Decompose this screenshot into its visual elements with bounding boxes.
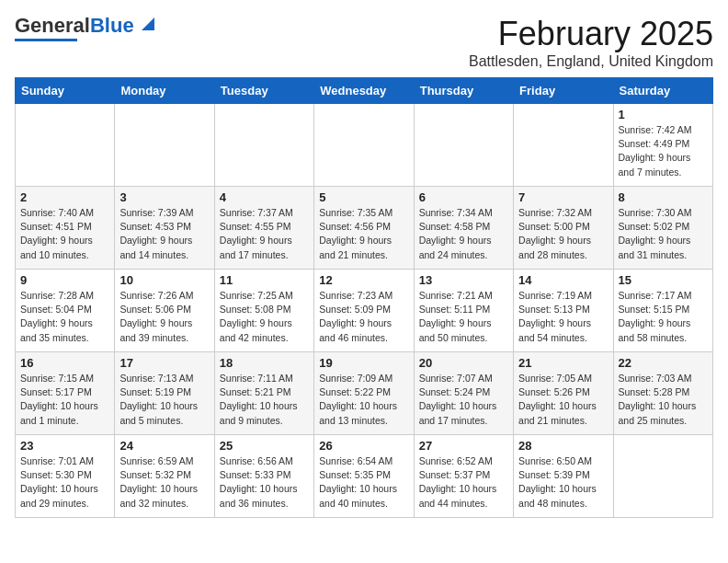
day-info: Sunrise: 7:01 AM Sunset: 5:30 PM Dayligh… (20, 454, 109, 511)
calendar-cell: 16Sunrise: 7:15 AM Sunset: 5:17 PM Dayli… (16, 352, 115, 435)
day-info: Sunrise: 6:56 AM Sunset: 5:33 PM Dayligh… (220, 454, 309, 511)
calendar-cell: 22Sunrise: 7:03 AM Sunset: 5:28 PM Dayli… (613, 352, 712, 435)
day-info: Sunrise: 7:32 AM Sunset: 5:00 PM Dayligh… (518, 206, 608, 262)
day-number: 24 (119, 439, 209, 453)
day-info: Sunrise: 7:40 AM Sunset: 4:51 PM Dayligh… (20, 206, 109, 262)
day-number: 4 (220, 190, 309, 204)
day-number: 18 (220, 356, 309, 370)
day-info: Sunrise: 7:09 AM Sunset: 5:22 PM Dayligh… (319, 372, 408, 428)
day-number: 15 (619, 273, 708, 287)
day-info: Sunrise: 7:19 AM Sunset: 5:13 PM Dayligh… (518, 289, 608, 345)
calendar-cell: 1Sunrise: 7:42 AM Sunset: 4:49 PM Daylig… (613, 104, 712, 187)
calendar-cell: 14Sunrise: 7:19 AM Sunset: 5:13 PM Dayli… (514, 270, 613, 352)
calendar-cell (214, 104, 313, 187)
calendar-week-1: 1Sunrise: 7:42 AM Sunset: 4:49 PM Daylig… (16, 104, 713, 187)
day-number: 2 (20, 190, 109, 204)
calendar-cell: 15Sunrise: 7:17 AM Sunset: 5:15 PM Dayli… (613, 270, 712, 352)
calendar-cell: 27Sunrise: 6:52 AM Sunset: 5:37 PM Dayli… (414, 435, 513, 518)
calendar-cell: 23Sunrise: 7:01 AM Sunset: 5:30 PM Dayli… (16, 435, 115, 518)
day-info: Sunrise: 7:37 AM Sunset: 4:55 PM Dayligh… (220, 206, 309, 262)
calendar-cell: 3Sunrise: 7:39 AM Sunset: 4:53 PM Daylig… (115, 187, 214, 270)
weekday-header-friday: Friday (514, 78, 613, 104)
day-info: Sunrise: 7:17 AM Sunset: 5:15 PM Dayligh… (619, 289, 708, 345)
page-header: GeneralBlue February 2025 Battlesden, En… (15, 15, 713, 70)
day-info: Sunrise: 6:54 AM Sunset: 5:35 PM Dayligh… (319, 454, 408, 511)
logo: GeneralBlue (15, 15, 154, 41)
weekday-header-saturday: Saturday (613, 78, 712, 104)
calendar-cell (115, 104, 214, 187)
weekday-header-sunday: Sunday (16, 78, 115, 104)
calendar-cell (314, 104, 414, 187)
day-number: 28 (518, 439, 608, 453)
day-number: 12 (319, 273, 408, 287)
day-number: 23 (20, 439, 109, 453)
day-info: Sunrise: 7:23 AM Sunset: 5:09 PM Dayligh… (319, 289, 408, 345)
day-number: 9 (20, 273, 109, 287)
day-number: 1 (619, 108, 708, 121)
day-number: 27 (419, 439, 508, 453)
day-info: Sunrise: 7:03 AM Sunset: 5:28 PM Dayligh… (619, 372, 708, 428)
logo-icon (138, 14, 154, 30)
day-number: 13 (419, 273, 508, 287)
day-info: Sunrise: 7:25 AM Sunset: 5:08 PM Dayligh… (220, 289, 309, 345)
calendar-cell: 7Sunrise: 7:32 AM Sunset: 5:00 PM Daylig… (514, 187, 613, 270)
logo-text: GeneralBlue (15, 15, 134, 37)
calendar-cell: 10Sunrise: 7:26 AM Sunset: 5:06 PM Dayli… (115, 270, 214, 352)
day-number: 17 (119, 356, 209, 370)
weekday-header-monday: Monday (115, 78, 214, 104)
day-info: Sunrise: 7:28 AM Sunset: 5:04 PM Dayligh… (20, 289, 109, 345)
day-info: Sunrise: 7:13 AM Sunset: 5:19 PM Dayligh… (119, 372, 209, 428)
weekday-header-tuesday: Tuesday (214, 78, 313, 104)
calendar-cell (414, 104, 513, 187)
day-number: 26 (319, 439, 408, 453)
day-info: Sunrise: 7:21 AM Sunset: 5:11 PM Dayligh… (419, 289, 508, 345)
calendar-cell: 5Sunrise: 7:35 AM Sunset: 4:56 PM Daylig… (314, 187, 414, 270)
calendar-cell: 17Sunrise: 7:13 AM Sunset: 5:19 PM Dayli… (115, 352, 214, 435)
day-info: Sunrise: 7:35 AM Sunset: 4:56 PM Dayligh… (319, 206, 408, 262)
day-number: 20 (419, 356, 508, 370)
day-number: 22 (619, 356, 708, 370)
day-number: 7 (518, 190, 608, 204)
weekday-header-thursday: Thursday (414, 78, 513, 104)
calendar-cell: 26Sunrise: 6:54 AM Sunset: 5:35 PM Dayli… (314, 435, 414, 518)
calendar-cell (514, 104, 613, 187)
day-number: 19 (319, 356, 408, 370)
day-info: Sunrise: 7:05 AM Sunset: 5:26 PM Dayligh… (518, 372, 608, 428)
calendar-cell: 8Sunrise: 7:30 AM Sunset: 5:02 PM Daylig… (613, 187, 712, 270)
calendar-week-2: 2Sunrise: 7:40 AM Sunset: 4:51 PM Daylig… (16, 187, 713, 270)
calendar-cell: 19Sunrise: 7:09 AM Sunset: 5:22 PM Dayli… (314, 352, 414, 435)
day-number: 16 (20, 356, 109, 370)
logo-underline (15, 39, 77, 41)
calendar-week-4: 16Sunrise: 7:15 AM Sunset: 5:17 PM Dayli… (16, 352, 713, 435)
day-info: Sunrise: 7:42 AM Sunset: 4:49 PM Dayligh… (619, 123, 708, 179)
calendar-cell: 25Sunrise: 6:56 AM Sunset: 5:33 PM Dayli… (214, 435, 313, 518)
location-title: Battlesden, England, United Kingdom (469, 53, 713, 70)
calendar-cell: 18Sunrise: 7:11 AM Sunset: 5:21 PM Dayli… (214, 352, 313, 435)
svg-marker-0 (142, 17, 154, 30)
day-info: Sunrise: 6:52 AM Sunset: 5:37 PM Dayligh… (419, 454, 508, 511)
day-info: Sunrise: 7:39 AM Sunset: 4:53 PM Dayligh… (119, 206, 209, 262)
calendar-cell (613, 435, 712, 518)
calendar-week-3: 9Sunrise: 7:28 AM Sunset: 5:04 PM Daylig… (16, 270, 713, 352)
calendar-cell: 12Sunrise: 7:23 AM Sunset: 5:09 PM Dayli… (314, 270, 414, 352)
day-info: Sunrise: 6:50 AM Sunset: 5:39 PM Dayligh… (518, 454, 608, 511)
day-info: Sunrise: 6:59 AM Sunset: 5:32 PM Dayligh… (119, 454, 209, 511)
calendar-cell: 11Sunrise: 7:25 AM Sunset: 5:08 PM Dayli… (214, 270, 313, 352)
day-number: 10 (119, 273, 209, 287)
calendar-cell: 28Sunrise: 6:50 AM Sunset: 5:39 PM Dayli… (514, 435, 613, 518)
calendar-cell: 4Sunrise: 7:37 AM Sunset: 4:55 PM Daylig… (214, 187, 313, 270)
month-title: February 2025 (469, 15, 713, 53)
day-info: Sunrise: 7:15 AM Sunset: 5:17 PM Dayligh… (20, 372, 109, 428)
day-number: 11 (220, 273, 309, 287)
calendar-cell: 6Sunrise: 7:34 AM Sunset: 4:58 PM Daylig… (414, 187, 513, 270)
day-info: Sunrise: 7:34 AM Sunset: 4:58 PM Dayligh… (419, 206, 508, 262)
day-info: Sunrise: 7:30 AM Sunset: 5:02 PM Dayligh… (619, 206, 708, 262)
calendar-cell: 13Sunrise: 7:21 AM Sunset: 5:11 PM Dayli… (414, 270, 513, 352)
calendar-cell: 20Sunrise: 7:07 AM Sunset: 5:24 PM Dayli… (414, 352, 513, 435)
calendar-cell (16, 104, 115, 187)
day-number: 14 (518, 273, 608, 287)
calendar-header-row: SundayMondayTuesdayWednesdayThursdayFrid… (16, 78, 713, 104)
calendar-cell: 21Sunrise: 7:05 AM Sunset: 5:26 PM Dayli… (514, 352, 613, 435)
day-number: 8 (619, 190, 708, 204)
calendar-table: SundayMondayTuesdayWednesdayThursdayFrid… (15, 77, 713, 518)
